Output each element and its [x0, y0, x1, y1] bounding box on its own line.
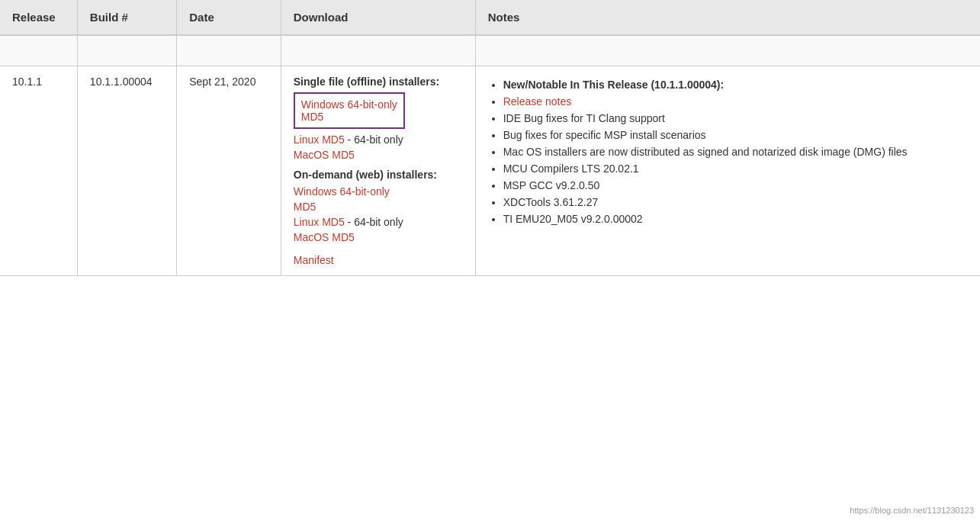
build-number: 10.1.1.00004: [77, 66, 176, 275]
header-notes: Notes: [475, 0, 980, 35]
windows-md5-item-2: MD5: [294, 201, 463, 213]
empty-date: [177, 35, 281, 66]
macos-md5-link-1[interactable]: MacOS MD5: [294, 149, 355, 161]
note-item-4: MSP GCC v9.2.0.50: [503, 179, 968, 191]
note-item-5: XDCTools 3.61.2.27: [503, 196, 968, 208]
windows-md5-link-2[interactable]: MD5: [294, 201, 316, 213]
notes-list: New/Notable In This Release (10.1.1.0000…: [488, 79, 968, 225]
header-build: Build #: [77, 0, 176, 35]
windows-highlighted-box: Windows 64-bit-only MD5: [294, 92, 405, 129]
header-release: Release: [0, 0, 77, 35]
linux-suffix-2: - 64-bit only: [345, 216, 403, 228]
empty-build: [77, 35, 176, 66]
macos-item-1: MacOS MD5: [294, 149, 463, 161]
linux-md5-link-1[interactable]: Linux MD5: [294, 133, 345, 146]
linux-md5-link-2[interactable]: Linux MD5: [294, 216, 345, 228]
empty-download: [281, 35, 475, 66]
macos-item-2: MacOS MD5: [294, 231, 463, 243]
release-notes-link[interactable]: Release notes: [503, 95, 572, 108]
note-item-0: IDE Bug fixes for TI Clang support: [503, 112, 968, 124]
on-demand-title: On-demand (web) installers:: [294, 169, 463, 181]
note-item-6: TI EMU20_M05 v9.2.0.00002: [503, 213, 968, 225]
windows-64bit-link-2[interactable]: Windows 64-bit-only: [294, 185, 390, 198]
notes-header-text: New/Notable In This Release (10.1.1.0000…: [503, 79, 724, 91]
macos-md5-link-2[interactable]: MacOS MD5: [294, 231, 355, 243]
note-item-1: Bug fixes for specific MSP install scena…: [503, 129, 968, 141]
table-row-10-1-1: 10.1.1 10.1.1.00004 Sept 21, 2020 Single…: [0, 66, 980, 275]
header-download: Download: [281, 0, 475, 35]
download-column: Single file (offline) installers: Window…: [281, 66, 475, 275]
note-item-3: MCU Compilers LTS 20.02.1: [503, 162, 968, 175]
manifest-section: Manifest: [294, 254, 463, 266]
linux-item-2: Linux MD5 - 64-bit only: [294, 216, 463, 228]
notes-column: New/Notable In This Release (10.1.1.0000…: [475, 66, 980, 275]
single-file-title: Single file (offline) installers:: [294, 76, 463, 88]
release-version: 10.1.1: [0, 66, 77, 275]
notes-header-item: New/Notable In This Release (10.1.1.0000…: [503, 79, 968, 91]
release-notes-item: Release notes: [503, 95, 968, 108]
windows-64bit-link-1[interactable]: Windows 64-bit-only: [301, 98, 397, 111]
watermark-text: https://blog.csdn.net/1131230123: [850, 506, 974, 515]
table-row-empty: [0, 35, 980, 66]
note-item-2: Mac OS installers are now distributed as…: [503, 146, 968, 158]
header-date: Date: [177, 0, 281, 35]
manifest-link[interactable]: Manifest: [294, 254, 334, 266]
release-date: Sept 21, 2020: [177, 66, 281, 275]
windows-item-2: Windows 64-bit-only: [294, 185, 463, 198]
linux-item-1: Linux MD5 - 64-bit only: [294, 133, 463, 146]
empty-release: [0, 35, 77, 66]
linux-suffix-1: - 64-bit only: [345, 133, 403, 146]
windows-md5-link-1[interactable]: MD5: [301, 111, 324, 123]
on-demand-section: On-demand (web) installers: Windows 64-b…: [294, 169, 463, 243]
empty-notes: [475, 35, 980, 66]
